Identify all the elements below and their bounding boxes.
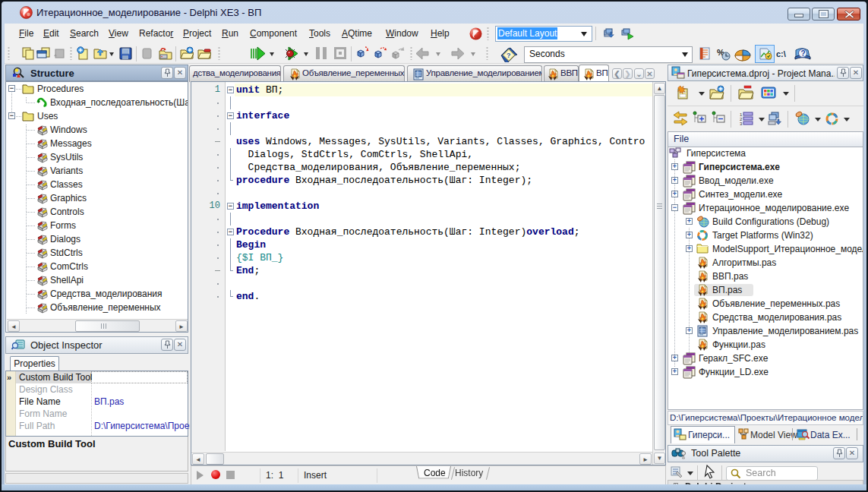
svg-text:3: 3 [740,121,743,126]
svg-text:?: ? [507,52,511,59]
svg-text:?: ? [801,49,806,58]
